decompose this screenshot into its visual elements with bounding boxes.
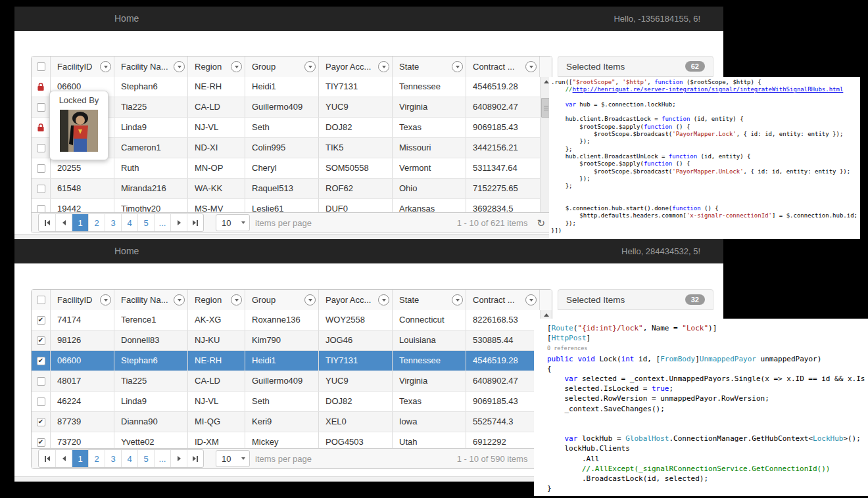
page-number-button[interactable]: 2: [88, 450, 105, 467]
filter-icon[interactable]: [231, 294, 242, 306]
column-header-payor-acc-[interactable]: Payor Acc...: [318, 290, 392, 310]
page-size-dropdown[interactable]: 10: [216, 214, 250, 231]
row-checkbox[interactable]: [37, 144, 45, 152]
column-header-contract-[interactable]: Contract ...: [466, 290, 539, 310]
page-more-button[interactable]: ...: [154, 214, 170, 231]
table-row[interactable]: 61548Miranda216WA-KKRaquel513ROF62Ohio71…: [32, 178, 541, 198]
cell: 87739: [50, 412, 114, 432]
row-checkbox-cell[interactable]: [32, 412, 50, 432]
table-row[interactable]: 87739Dianna90MI-QGKeri9XEL0Iowa5525744.3: [32, 411, 541, 432]
cell: Virginia: [392, 371, 466, 391]
row-checkbox-cell[interactable]: [32, 392, 50, 411]
row-checkbox-cell[interactable]: [32, 371, 50, 391]
filter-icon[interactable]: [378, 294, 389, 306]
filter-icon[interactable]: [304, 61, 316, 72]
cell: Colin995: [245, 138, 318, 158]
filter-icon[interactable]: [452, 61, 463, 72]
row-checkbox[interactable]: [37, 103, 45, 112]
row-checkbox-cell[interactable]: [32, 179, 50, 198]
page-number-button[interactable]: 2: [88, 214, 105, 231]
row-checkbox-cell[interactable]: [32, 138, 50, 158]
row-checkbox[interactable]: [37, 357, 45, 365]
column-header-contract-[interactable]: Contract ...: [466, 57, 539, 77]
page-next-button[interactable]: [170, 450, 187, 467]
page-number-button[interactable]: 5: [137, 214, 154, 231]
column-header-group[interactable]: Group: [245, 57, 318, 77]
row-checkbox-cell[interactable]: [32, 351, 50, 371]
nav-link-home[interactable]: Home: [114, 7, 139, 31]
grid-header: FacilityIDFacility Na...RegionGroupPayor…: [32, 57, 552, 78]
page-number-button[interactable]: 3: [105, 450, 121, 467]
nav-link-home[interactable]: Home: [114, 239, 139, 263]
row-checkbox-cell[interactable]: [32, 158, 50, 178]
row-checkbox[interactable]: [37, 164, 45, 173]
filter-icon[interactable]: [174, 61, 185, 72]
column-header-facilityid[interactable]: FacilityID: [50, 57, 114, 77]
select-all-header-cell[interactable]: [32, 57, 50, 77]
page-number-button[interactable]: 3: [105, 214, 121, 231]
column-header-region[interactable]: Region: [187, 290, 245, 310]
column-header-state[interactable]: State: [392, 290, 466, 310]
filter-icon[interactable]: [304, 294, 316, 306]
filter-icon[interactable]: [525, 294, 537, 306]
refresh-icon[interactable]: ↻: [537, 218, 545, 228]
table-row[interactable]: 98126Donnell83NJ-KUKim790JOG46Louisiana5…: [32, 330, 541, 350]
page-number-button[interactable]: 4: [121, 214, 137, 231]
filter-icon[interactable]: [100, 61, 111, 72]
page-more-button[interactable]: ...: [154, 450, 170, 467]
column-header-facility-na-[interactable]: Facility Na...: [114, 290, 187, 310]
select-all-checkbox[interactable]: [37, 62, 45, 71]
cell: 9069185.43: [466, 118, 539, 137]
filter-icon[interactable]: [100, 294, 111, 306]
page-last-button[interactable]: [187, 214, 203, 231]
table-row[interactable]: 06600Stephan6NE-RHHeidi1TIY7131Tennessee…: [32, 350, 541, 371]
row-checkbox-cell[interactable]: [32, 310, 50, 330]
row-checkbox-cell[interactable]: [32, 330, 50, 350]
table-row[interactable]: 48017Tia225CA-LDGuillermo409YUC9Virginia…: [32, 371, 541, 391]
row-checkbox[interactable]: [37, 438, 45, 447]
table-row[interactable]: 19442Timothy20MS-MVLeslie61DUF0Arkansas3…: [32, 198, 541, 212]
page-previous-button[interactable]: [55, 450, 72, 467]
data-grid-2: FacilityIDFacility Na...RegionGroupPayor…: [31, 289, 552, 469]
table-row[interactable]: 46224Linda9NJ-VLSethDOJ82Texas9069185.43: [32, 391, 541, 411]
row-checkbox-cell[interactable]: [32, 97, 50, 117]
page-number-button[interactable]: 1: [72, 450, 88, 467]
filter-icon[interactable]: [231, 61, 242, 72]
selected-count-badge: 62: [685, 61, 705, 72]
column-header-group[interactable]: Group: [245, 290, 318, 310]
cell: 8226168.53: [466, 310, 539, 330]
page-number-button[interactable]: 5: [137, 450, 154, 467]
filter-icon[interactable]: [174, 294, 185, 306]
page-first-button[interactable]: [39, 450, 55, 467]
page-next-button[interactable]: [170, 214, 187, 231]
filter-icon[interactable]: [378, 61, 389, 72]
table-row[interactable]: 20255RuthMN-OPCherylSOM50558Vermont53113…: [32, 158, 541, 178]
page-number-button[interactable]: 4: [121, 450, 137, 467]
filter-icon[interactable]: [525, 61, 537, 72]
table-row[interactable]: 73720Yvette02ID-XMMickeyPOG4503Utah69122…: [32, 432, 541, 448]
column-header-facilityid[interactable]: FacilityID: [50, 290, 114, 310]
table-row[interactable]: 74174Terence1AK-XGRoxanne136WOY2558Conne…: [32, 310, 541, 330]
column-header-region[interactable]: Region: [187, 57, 245, 77]
row-checkbox[interactable]: [37, 418, 45, 426]
page-number-button[interactable]: 1: [72, 214, 88, 231]
row-checkbox[interactable]: [37, 397, 45, 406]
row-checkbox[interactable]: [37, 377, 45, 386]
row-checkbox-cell[interactable]: [32, 199, 50, 212]
page-size-dropdown[interactable]: 10: [216, 450, 250, 467]
lock-icon: [37, 82, 45, 91]
select-all-checkbox[interactable]: [37, 296, 45, 304]
select-all-header-cell[interactable]: [32, 290, 50, 310]
row-checkbox[interactable]: [37, 205, 45, 213]
page-last-button[interactable]: [187, 450, 203, 467]
page-first-button[interactable]: [39, 214, 55, 231]
row-checkbox[interactable]: [37, 336, 45, 345]
filter-icon[interactable]: [452, 294, 463, 306]
row-checkbox[interactable]: [37, 316, 45, 325]
row-checkbox[interactable]: [37, 185, 45, 193]
row-checkbox-cell[interactable]: [32, 432, 50, 448]
column-header-payor-acc-[interactable]: Payor Acc...: [318, 57, 392, 77]
column-header-state[interactable]: State: [392, 57, 466, 77]
column-header-facility-na-[interactable]: Facility Na...: [114, 57, 187, 77]
page-previous-button[interactable]: [55, 214, 72, 231]
